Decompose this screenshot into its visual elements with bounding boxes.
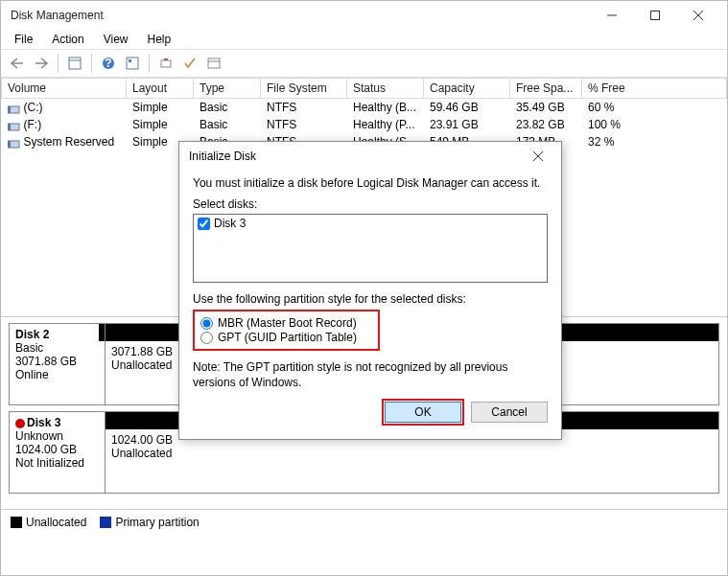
dialog-title: Initialize Disk bbox=[189, 150, 525, 163]
svg-rect-11 bbox=[164, 58, 168, 60]
table-row[interactable]: (C:)SimpleBasicNTFSHealthy (B...59.46 GB… bbox=[2, 99, 727, 117]
menubar: File Action View Help bbox=[1, 30, 727, 49]
properties-icon[interactable] bbox=[122, 53, 143, 74]
mbr-label: MBR (Master Boot Record) bbox=[218, 316, 357, 330]
svg-rect-12 bbox=[208, 58, 220, 68]
col-capacity[interactable]: Capacity bbox=[424, 79, 510, 99]
menu-file[interactable]: File bbox=[7, 31, 40, 48]
svg-rect-19 bbox=[8, 141, 11, 148]
legend: Unallocated Primary partition bbox=[1, 509, 727, 534]
partition-style-label: Use the following partition style for th… bbox=[193, 292, 548, 306]
mbr-option[interactable]: MBR (Master Boot Record) bbox=[200, 316, 372, 330]
disk-status: Not Initialized bbox=[15, 456, 99, 470]
col-free[interactable]: Free Spa... bbox=[510, 79, 582, 99]
disk3-label: Disk 3 bbox=[214, 217, 246, 230]
col-layout[interactable]: Layout bbox=[127, 79, 194, 99]
disk-type: Basic bbox=[15, 341, 99, 355]
svg-rect-15 bbox=[8, 106, 11, 113]
disk-size: 1024.00 GB bbox=[15, 443, 99, 456]
svg-rect-9 bbox=[129, 59, 131, 62]
menu-action[interactable]: Action bbox=[44, 31, 91, 48]
svg-rect-17 bbox=[8, 124, 11, 130]
check-icon[interactable] bbox=[179, 53, 200, 74]
partition-style-group: MBR (Master Boot Record) GPT (GUID Parti… bbox=[193, 310, 380, 351]
dialog-intro: You must initialize a disk before Logica… bbox=[193, 176, 548, 190]
window-title: Disk Management bbox=[9, 9, 590, 22]
initialize-disk-dialog: Initialize Disk You must initialize a di… bbox=[178, 141, 562, 440]
dialog-close-button[interactable] bbox=[525, 145, 552, 168]
disk-checkbox-row[interactable]: Disk 3 bbox=[198, 217, 543, 230]
minimize-button[interactable] bbox=[590, 2, 633, 29]
forward-button[interactable] bbox=[31, 53, 52, 74]
disk-size: 3071.88 GB bbox=[15, 355, 99, 368]
refresh-icon[interactable] bbox=[155, 53, 176, 74]
toolbar-divider bbox=[91, 54, 92, 73]
column-headers[interactable]: Volume Layout Type File System Status Ca… bbox=[2, 79, 727, 99]
maximize-button[interactable] bbox=[633, 2, 676, 29]
svg-rect-4 bbox=[69, 58, 81, 69]
menu-help[interactable]: Help bbox=[140, 31, 179, 48]
col-pct[interactable]: % Free bbox=[582, 79, 727, 99]
col-type[interactable]: Type bbox=[194, 79, 261, 99]
help-icon[interactable]: ? bbox=[98, 53, 119, 74]
select-disks-label: Select disks: bbox=[193, 197, 548, 211]
toolbar: ? bbox=[1, 49, 727, 78]
mbr-radio[interactable] bbox=[200, 317, 213, 330]
toolbar-divider bbox=[58, 54, 59, 73]
legend-swatch-primary bbox=[100, 517, 111, 528]
disk-select-list[interactable]: Disk 3 bbox=[193, 214, 548, 283]
gpt-label: GPT (GUID Partition Table) bbox=[218, 331, 357, 344]
close-button[interactable] bbox=[676, 2, 719, 29]
col-fs[interactable]: File System bbox=[261, 79, 347, 99]
dialog-note: Note: The GPT partition style is not rec… bbox=[193, 360, 548, 390]
ok-button[interactable]: OK bbox=[385, 402, 461, 423]
cancel-button[interactable]: Cancel bbox=[471, 402, 548, 423]
legend-swatch-unallocated bbox=[11, 517, 22, 528]
settings-icon[interactable] bbox=[64, 53, 85, 74]
svg-text:?: ? bbox=[105, 57, 111, 70]
table-row[interactable]: (F:)SimpleBasicNTFSHealthy (P...23.91 GB… bbox=[2, 116, 727, 133]
col-volume[interactable]: Volume bbox=[2, 79, 127, 99]
window-titlebar: Disk Management bbox=[1, 1, 727, 30]
toolbar-divider bbox=[149, 54, 150, 73]
svg-rect-1 bbox=[650, 12, 659, 20]
disk3-checkbox[interactable] bbox=[198, 218, 210, 230]
disk-status: Online bbox=[15, 368, 99, 381]
disk-name: Disk 3 bbox=[27, 416, 60, 429]
svg-rect-10 bbox=[161, 60, 171, 67]
menu-view[interactable]: View bbox=[96, 31, 136, 48]
legend-unallocated: Unallocated bbox=[26, 516, 86, 529]
gpt-radio[interactable] bbox=[200, 332, 213, 344]
disk-type: Unknown bbox=[15, 429, 99, 443]
col-status[interactable]: Status bbox=[347, 79, 424, 99]
error-icon bbox=[15, 419, 25, 428]
back-button[interactable] bbox=[7, 53, 28, 74]
partition-status: Unallocated bbox=[111, 447, 713, 460]
gpt-option[interactable]: GPT (GUID Partition Table) bbox=[200, 331, 372, 344]
disk-name: Disk 2 bbox=[15, 328, 49, 341]
list-icon[interactable] bbox=[203, 53, 224, 74]
svg-rect-8 bbox=[127, 58, 138, 69]
legend-primary: Primary partition bbox=[115, 516, 199, 529]
